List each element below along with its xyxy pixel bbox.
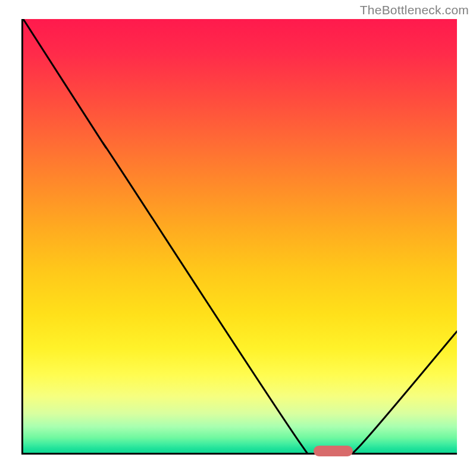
watermark-text: TheBottleneck.com xyxy=(360,3,469,17)
chart-background-gradient xyxy=(23,19,457,453)
chart-plot-area xyxy=(21,19,457,455)
optimum-marker xyxy=(314,446,353,456)
